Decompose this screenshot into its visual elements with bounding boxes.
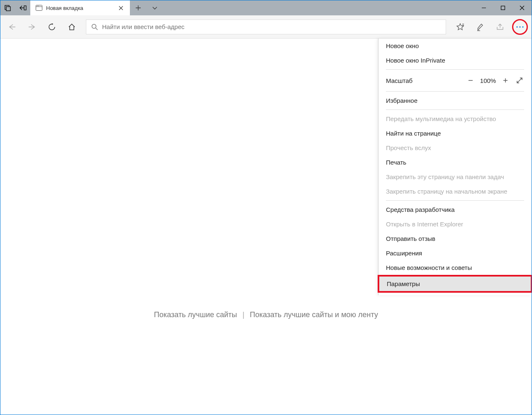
zoom-value: 100% — [478, 77, 498, 84]
menu-feedback[interactable]: Отправить отзыв — [378, 231, 532, 246]
svg-point-5 — [37, 6, 37, 6]
favorites-button[interactable] — [450, 15, 470, 39]
zoom-label: Масштаб — [386, 77, 464, 84]
window-controls — [474, 0, 532, 15]
address-bar[interactable] — [86, 19, 446, 34]
forward-button[interactable] — [22, 15, 42, 39]
menu-favorites[interactable]: Избранное — [378, 93, 532, 108]
menu-new-window[interactable]: Новое окно — [378, 39, 532, 53]
menu-whats-new[interactable]: Новые возможности и советы — [378, 260, 532, 275]
fullscreen-button[interactable] — [512, 74, 527, 87]
share-button[interactable] — [490, 15, 510, 39]
menu-zoom-row: Масштаб 100% — [378, 71, 532, 90]
minimize-button[interactable] — [474, 0, 493, 15]
new-tab-links: Показать лучшие сайты | Показать лучшие … — [0, 311, 532, 319]
close-window-button[interactable] — [512, 0, 532, 15]
menu-separator — [386, 91, 524, 92]
set-aside-tabs-button[interactable] — [0, 5, 15, 11]
menu-find-on-page[interactable]: Найти на странице — [378, 126, 532, 141]
menu-open-ie: Открыть в Internet Explorer — [378, 217, 532, 231]
show-tab-previews-button[interactable] — [15, 5, 30, 11]
maximize-button[interactable] — [493, 0, 512, 15]
home-button[interactable] — [62, 15, 82, 39]
address-input[interactable] — [102, 23, 441, 30]
svg-rect-1 — [6, 7, 10, 11]
toolbar — [0, 15, 532, 39]
close-tab-button[interactable] — [116, 3, 126, 13]
tab-actions-button[interactable] — [146, 0, 163, 15]
show-top-sites-feed-link[interactable]: Показать лучшие сайты и мою ленту — [250, 311, 378, 319]
tab-title: Новая вкладка — [46, 5, 116, 11]
more-menu: Новое окно Новое окно InPrivate Масштаб … — [378, 39, 532, 295]
menu-separator — [386, 69, 524, 70]
svg-point-10 — [92, 24, 96, 28]
menu-new-inprivate[interactable]: Новое окно InPrivate — [378, 53, 532, 68]
titlebar-left — [0, 0, 30, 15]
refresh-button[interactable] — [42, 15, 62, 39]
menu-pin-start: Закрепить страницу на начальном экране — [378, 184, 532, 199]
back-button[interactable] — [2, 15, 22, 39]
page-icon — [35, 4, 43, 12]
highlight-circle-annotation — [512, 19, 528, 35]
notes-button[interactable] — [470, 15, 490, 39]
new-tab-button[interactable] — [130, 0, 146, 15]
menu-print[interactable]: Печать — [378, 155, 532, 170]
show-top-sites-link[interactable]: Показать лучшие сайты — [154, 311, 237, 319]
titlebar-drag-region — [163, 0, 474, 15]
menu-extensions[interactable]: Расширения — [378, 246, 532, 260]
zoom-out-button[interactable] — [464, 74, 478, 87]
menu-separator — [386, 200, 524, 201]
separator: | — [242, 311, 244, 319]
menu-separator — [386, 109, 524, 110]
browser-tab[interactable]: Новая вкладка — [30, 0, 130, 15]
svg-rect-2 — [24, 6, 26, 10]
titlebar: Новая вкладка — [0, 0, 532, 15]
svg-rect-9 — [501, 6, 505, 10]
menu-devtools[interactable]: Средства разработчика — [378, 202, 532, 217]
svg-point-7 — [38, 6, 39, 6]
page-content: Показать лучшие сайты | Показать лучшие … — [0, 39, 532, 415]
menu-pin-taskbar: Закрепить эту страницу на панели задач — [378, 170, 532, 184]
svg-point-6 — [37, 6, 38, 6]
zoom-in-button[interactable] — [498, 74, 512, 87]
menu-cast: Передать мультимедиа на устройство — [378, 112, 532, 126]
search-icon — [91, 24, 98, 30]
more-button[interactable] — [510, 15, 530, 39]
highlight-box-annotation: Параметры — [378, 275, 532, 293]
menu-settings[interactable]: Параметры — [379, 277, 531, 291]
menu-read-aloud: Прочесть вслух — [378, 141, 532, 155]
svg-line-11 — [96, 28, 98, 30]
